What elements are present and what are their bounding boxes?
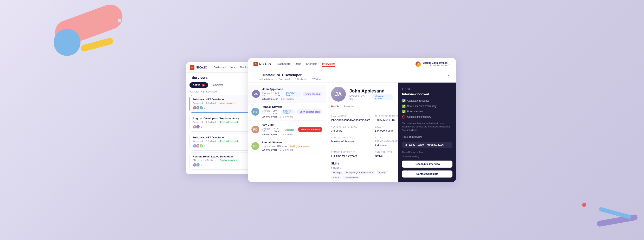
calendar-icon-0: 🗓 <box>280 98 282 100</box>
job-declined: 1 Declined <box>295 78 306 80</box>
skill-tag: Custom PHP <box>343 176 360 179</box>
candidate-status-3: Waiting for response <box>288 145 311 148</box>
experience-value: 3-5 years <box>331 129 370 132</box>
candidate-score-2: 91% score <box>274 127 282 132</box>
avatar-initials-0: JA <box>252 90 260 98</box>
checklist-item-2: ✅ Book interview <box>402 110 452 113</box>
candidate-status-2: Accepted <box>284 129 296 131</box>
job-meta: 5 Candidates · 2 Accepted · 1 Declined ·… <box>260 78 444 80</box>
candidate-loc-0: Liverpool, UK <box>262 92 274 97</box>
info-grid: Email adress john.applesand@webadmin.com… <box>331 114 394 157</box>
candidate-item-3[interactable]: RS Randall Stevens Liverpool, UK 87% sco… <box>248 139 326 154</box>
status-sidebar: Status: Interview booked ✅ Candidate res… <box>398 83 456 182</box>
candidate-score-1: 98% score <box>273 109 280 114</box>
skills-section: Skills Primary Node.js PostgreSQL Admini… <box>331 162 394 182</box>
small-tab-completed[interactable]: Completed <box>208 82 227 88</box>
contact-candidate-button[interactable]: Contact Candidate <box>402 171 452 178</box>
more-button[interactable]: ⋮ <box>447 74 450 79</box>
candidate-info-1: Randall Stevens Liverpool, UK 98% score … <box>262 105 295 118</box>
time-value: 12:30 - 13:00, Thursday, 22.06 <box>409 143 444 146</box>
check-done-icon-1: ✅ <box>402 104 406 108</box>
job-waiting: 2 Waiting <box>312 78 321 80</box>
candidate-row2-3: Liverpool, UK 87% score Waiting for resp… <box>262 145 322 148</box>
main-nav: Dashboard Jobs Shortlists Interviews <box>278 61 416 67</box>
profile-location: Liverpool, UK, GMT Interview booked <box>350 94 394 100</box>
main-logo: N NIXA.IO <box>254 62 271 66</box>
reschedule-button[interactable]: Reschedule interview <box>402 161 452 168</box>
calendar-icon-2: 🗓 <box>280 133 282 136</box>
small-card-0-count: 3 <box>204 107 206 109</box>
small-logo: N NIXA.IO <box>190 65 207 70</box>
candidate-salary-row-2: £46,000 a year 🗓 2-4 weeks <box>262 133 296 136</box>
checklist-label-0: Candidate response <box>407 99 429 102</box>
candidate-status-0: Interview booked <box>285 92 300 97</box>
job-header: ← Fullstack .NET Developer 5 Candidates … <box>248 70 456 83</box>
small-card-1-count: 3 <box>201 126 202 128</box>
tab-resume[interactable]: Resume <box>344 105 353 110</box>
profile-header-info: John Applesand Liverpool, UK, GMT Interv… <box>350 88 394 100</box>
email-value: john.applesand@webadmin.com <box>331 118 370 122</box>
bg-decoration-bar-blue <box>598 207 632 219</box>
candidate-item-2[interactable]: RD Roy Dunn Liverpool, UK 91% score Acce… <box>248 121 326 139</box>
small-nav-dashboard[interactable]: Dashboard <box>214 66 226 69</box>
avatar-initials-2: RD <box>252 126 259 134</box>
small-card-2-count: 4 <box>204 145 206 147</box>
main-nav-shortlists[interactable]: Shortlists <box>306 61 317 67</box>
candidate-duration-3: 🗓 2-4 weeks <box>280 149 293 151</box>
job-candidates-count: 5 Candidates <box>260 78 273 80</box>
candidate-salary-row-1: £36,000 a year 🗓 2-4 weeks <box>262 115 295 118</box>
candidate-avatar-2: RD <box>252 126 259 134</box>
candidate-name-0: John Applesand <box>262 87 300 91</box>
candidate-name-3: Randall Stevens <box>262 141 322 144</box>
candidate-duration-2: 🗓 2-4 weeks <box>280 133 293 136</box>
job-title: Fullstack .NET Developer <box>260 73 444 77</box>
candidate-salary-row-0: £36,000 a year 🗓 2-4 weeks <box>262 98 300 100</box>
small-avatar: A <box>199 106 203 110</box>
candidate-name-2: Roy Dunn <box>262 123 296 126</box>
small-avatar: K <box>199 144 203 148</box>
small-tab-active[interactable]: Active 8 <box>190 82 208 88</box>
field-experience: Years of experience 3-5 years <box>331 125 370 132</box>
candidate-action-0[interactable]: Show booking <box>303 92 322 96</box>
profile-avatar-img: JA <box>331 87 346 101</box>
profile-avatar: JA <box>331 87 346 101</box>
small-tab-active-badge: 8 <box>202 84 205 86</box>
main-window: N NIXA.IO Dashboard Jobs Shortlists Inte… <box>248 58 456 182</box>
notice-value: 2-4 weeks <box>375 144 398 147</box>
candidate-action-1[interactable]: Show selected slots <box>297 109 322 114</box>
bg-decoration-pink <box>52 1 126 48</box>
candidate-status-1: Interview booked <box>281 109 295 114</box>
main-user: G Marcus Zimmermann Flower Pot Garden ▾ <box>416 61 450 67</box>
field-notice: Notice period/Availability 2-4 weeks <box>375 136 398 147</box>
bg-decoration-dot-white <box>118 19 121 22</box>
check-todo-icon-3: ⭕ <box>402 115 406 118</box>
profile-name: John Applesand <box>350 88 394 94</box>
check-done-icon-2: ✅ <box>402 110 406 113</box>
skill-tag: Node.js <box>331 171 343 174</box>
main-user-chevron[interactable]: ▾ <box>449 63 450 66</box>
candidate-action-2[interactable]: Schedule interview <box>298 127 322 132</box>
back-button[interactable]: ← <box>254 75 256 78</box>
education-value: Masters of Science <box>331 140 370 143</box>
small-nav-jobs[interactable]: Jobs <box>230 66 235 69</box>
tab-profile[interactable]: Profile <box>331 105 339 110</box>
candidate-item-0[interactable]: JA John Applesand Liverpool, UK 93% scor… <box>248 85 326 103</box>
candidate-row2-2: Liverpool, UK 91% score Accepted <box>262 127 296 133</box>
bg-decoration-yellow <box>80 37 114 52</box>
main-brand: NIXA.IO <box>259 62 271 66</box>
candidate-item-1[interactable]: RS Randall Stevens Liverpool, UK 98% sco… <box>248 103 326 121</box>
time-badge: 🗓 12:30 - 13:00, Thursday, 22.06 <box>402 142 452 148</box>
candidate-salary-1: £36,000 a year <box>262 115 277 118</box>
skill-tag: Vue.js <box>331 176 342 179</box>
checklist-label-1: Share interview availability <box>407 105 436 107</box>
status-description: The candidate has selected a time in you… <box>402 122 452 132</box>
skill-tag: jQuery <box>377 171 388 174</box>
main-nav-jobs[interactable]: Jobs <box>295 61 301 67</box>
small-brand: NIXA.IO <box>196 66 207 69</box>
checklist-label-2: Book interview <box>407 110 423 113</box>
main-nav-interviews[interactable]: Interviews <box>322 61 335 67</box>
main-wrapper: N NIXA.IO Dashboard Jobs Shortlists Inte… <box>188 58 456 182</box>
main-nav-dashboard[interactable]: Dashboard <box>278 61 291 67</box>
skill-tag: PostgreSQL Administration <box>344 171 376 174</box>
candidate-info-2: Roy Dunn Liverpool, UK 91% score Accepte… <box>262 123 296 136</box>
